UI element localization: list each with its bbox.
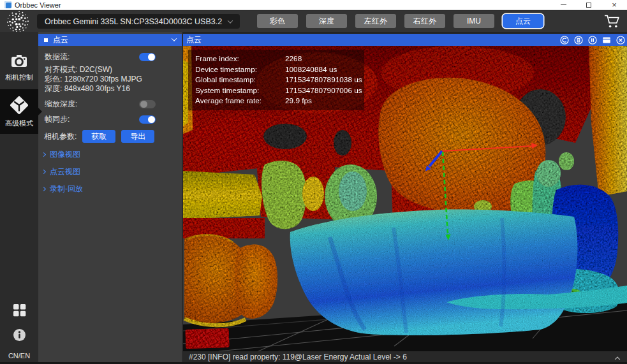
sidebar-item-advanced-mode[interactable]: 高级模式 [0, 89, 38, 134]
frame-sync-label: 帧同步: [45, 115, 70, 124]
toggle-knob [148, 116, 155, 123]
toggle-knob [148, 54, 155, 61]
stream-toggle[interactable] [139, 53, 156, 61]
close-stream-icon [616, 36, 625, 45]
section-label: 录制-回放 [50, 184, 83, 194]
maximize-icon [586, 3, 591, 8]
section-label: 图像视图 [50, 149, 80, 160]
expand-log-button[interactable] [614, 352, 621, 361]
overlay-value: 1008240884 us [285, 64, 337, 75]
section-label: 点云视图 [50, 166, 80, 177]
frame-sync-toggle[interactable] [139, 115, 156, 124]
about-info-button[interactable] [11, 327, 27, 345]
sidebar-item-label: 相机控制 [5, 73, 33, 82]
stream-toggle-label: 数据流: [45, 52, 70, 62]
info-icon [11, 327, 27, 343]
stream-buttons: 彩色 深度 左红外 右红外 IMU 点云 [257, 14, 543, 28]
titlebar: Orbbec Viewer × [0, 0, 627, 10]
stream-left-ir-button[interactable]: 左红外 [355, 14, 396, 28]
camera-icon [10, 54, 28, 68]
align-mode-value: 对齐模式: D2C(SW) [45, 65, 175, 75]
toggle-knob [140, 101, 147, 108]
save-icon [602, 36, 611, 45]
reset-view-button[interactable] [560, 36, 569, 45]
close-icon: × [612, 3, 617, 8]
chevron-right-icon [41, 187, 46, 191]
device-label: Orbbec Gemini 335L SN:CP3S34D0003C USB3.… [45, 17, 222, 26]
list-icon [574, 36, 583, 45]
maximize-button[interactable] [576, 0, 601, 10]
chevron-down-icon [228, 18, 233, 23]
orbbec-viewer-window: Orbbec Viewer × Orbbec Gemini 335L SN:CP… [0, 0, 627, 364]
panel-title: 点云 [53, 34, 68, 45]
export-params-button[interactable]: 导出 [121, 130, 154, 143]
overlay-label: Frame index: [195, 54, 285, 64]
control-panel: 点云 数据流: 对齐模式: D2C(SW) 彩色: 1280x720 30fps… [38, 32, 182, 364]
language-toggle-button[interactable]: CN/EN [8, 352, 30, 360]
scale-depth-label: 缩放深度: [45, 99, 77, 109]
section-pointcloud-view[interactable]: 点云视图 [42, 166, 80, 177]
panel-header-pointcloud[interactable]: 点云 [38, 34, 182, 46]
frame-info-overlay: Frame index:2268 Device timestamp:100824… [188, 50, 364, 110]
stream-color-button[interactable]: 彩色 [257, 14, 298, 28]
viewer-title: 点云 [186, 34, 202, 45]
chevron-right-icon [41, 152, 46, 157]
minimize-button[interactable] [550, 0, 576, 10]
sidebar-item-label: 高级模式 [5, 119, 33, 128]
section-image-view[interactable]: 图像视图 [42, 149, 80, 160]
reset-view-icon [560, 36, 569, 45]
overlay-label: Global timestamp: [195, 75, 285, 85]
overlay-label: Average frame rate: [195, 96, 285, 106]
color-profile-value: 彩色: 1280x720 30fps MJPG [45, 75, 175, 84]
apps-grid-button[interactable] [11, 302, 27, 320]
overlay-label: Device timestamp: [195, 64, 285, 75]
overlay-value: 2268 [285, 54, 302, 64]
app-icon [4, 1, 11, 8]
overlay-value: 1715347807907006 us [285, 85, 362, 96]
sidebar-item-camera-control[interactable]: 相机控制 [0, 47, 38, 88]
device-selector[interactable]: Orbbec Gemini 335L SN:CP3S34D0003C USB3.… [37, 14, 240, 29]
toolbar: Orbbec Gemini 335L SN:CP3S34D0003C USB3.… [0, 11, 627, 32]
close-stream-button[interactable] [616, 36, 625, 45]
orbbec-logo-icon [6, 10, 30, 34]
scale-depth-toggle[interactable] [139, 100, 156, 108]
viewer-header: 点云 [183, 34, 627, 46]
status-bar: #230 [INFO] read property: 119@Laser Ene… [183, 351, 627, 362]
pause-stream-button[interactable] [588, 36, 597, 45]
chevron-right-icon [41, 170, 46, 174]
window-title: Orbbec Viewer [15, 1, 61, 9]
pause-icon [588, 36, 597, 45]
stream-depth-button[interactable]: 深度 [306, 14, 347, 28]
overlay-label: System timestamp: [195, 85, 285, 96]
overlay-value: 1715347807891038 us [285, 75, 362, 85]
grid-icon [11, 302, 27, 318]
camera-params-label: 相机参数: [44, 131, 77, 142]
sidebar-bottom: CN/EN [0, 302, 38, 360]
bullet-icon [44, 38, 48, 42]
cart-button[interactable] [603, 13, 621, 31]
stream-imu-button[interactable]: IMU [454, 14, 494, 28]
sidebar: 相机控制 高级模式 [0, 32, 38, 364]
cart-icon [603, 13, 621, 29]
minimize-icon [561, 4, 566, 5]
chevron-down-icon [172, 36, 177, 41]
cube-icon [10, 96, 28, 114]
stream-pointcloud-button[interactable]: 点云 [503, 14, 543, 28]
overlay-value: 29.9 fps [285, 96, 312, 106]
save-frame-button[interactable] [602, 36, 611, 45]
depth-profile-value: 深度: 848x480 30fps Y16 [45, 84, 175, 94]
pointcloud-viewport: Frame index:2268 Device timestamp:100824… [183, 46, 627, 351]
log-message: #230 [INFO] read property: 119@Laser Ene… [189, 353, 407, 361]
stream-right-ir-button[interactable]: 右红外 [404, 14, 445, 28]
close-button[interactable]: × [601, 0, 627, 10]
get-params-button[interactable]: 获取 [82, 130, 115, 143]
stream-info-button[interactable] [574, 36, 583, 45]
chevron-up-icon [615, 357, 620, 362]
viewer-pane: 点云 [183, 32, 627, 364]
section-record-playback[interactable]: 录制-回放 [42, 184, 83, 194]
